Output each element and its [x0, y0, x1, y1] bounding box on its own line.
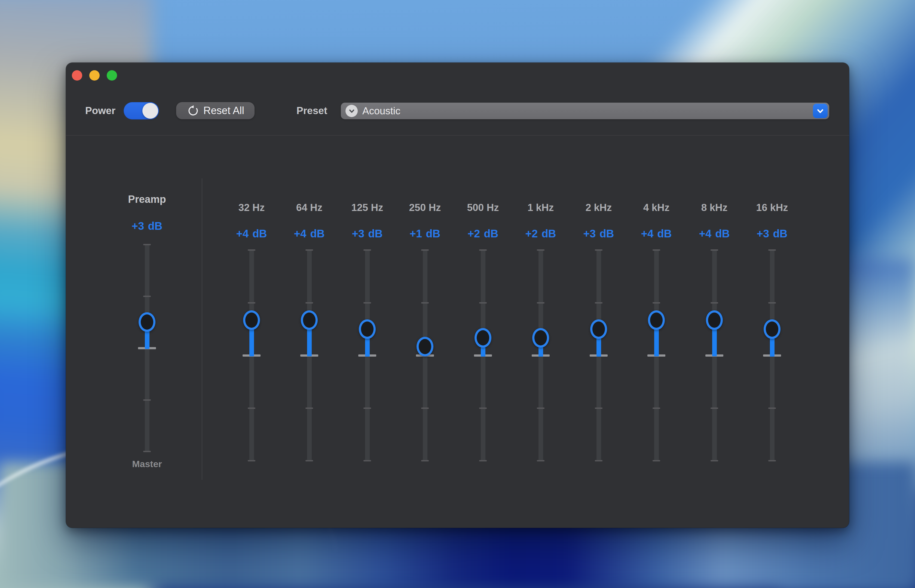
slider-tick	[305, 460, 313, 461]
slider-tick	[248, 460, 255, 461]
slider-tick	[595, 249, 602, 251]
eq-band-column: 8 kHz +4 dB	[686, 63, 743, 528]
band-gain-number: +1	[410, 227, 422, 240]
eq-band-column: 32 Hz +4 dB	[223, 63, 281, 528]
slider-tick	[248, 302, 255, 304]
slider-tick	[537, 302, 544, 304]
slider-knob[interactable]	[590, 319, 607, 339]
slider-tick	[143, 399, 151, 401]
slider-tick	[363, 460, 371, 461]
slider-tick	[479, 407, 487, 409]
preamp-slider[interactable]	[118, 244, 176, 452]
slider-tick	[768, 460, 776, 461]
zoom-button[interactable]	[107, 70, 117, 81]
slider-tick	[143, 296, 151, 297]
band-slider[interactable]	[570, 250, 628, 461]
band-gain-number: +3	[352, 227, 365, 240]
slider-tick	[537, 249, 544, 251]
power-label: Power	[85, 104, 115, 118]
band-gain-number: +4	[236, 227, 249, 240]
preamp-label: Preamp	[118, 193, 176, 206]
eq-band-column: 500 Hz +2 dB	[454, 63, 512, 528]
slider-knob[interactable]	[648, 310, 665, 330]
band-frequency-label: 1 kHz	[512, 201, 570, 214]
band-slider[interactable]	[281, 250, 338, 461]
band-frequency-label: 2 kHz	[570, 201, 628, 214]
slider-tick	[421, 249, 429, 251]
preset-dropdown-button[interactable]	[813, 104, 828, 118]
slider-tick	[479, 249, 487, 251]
eq-band-column: 16 kHz +3 dB	[743, 63, 801, 528]
slider-tick	[652, 407, 660, 409]
band-gain-unit: dB	[657, 227, 671, 240]
desktop: Power Reset All Preset Acoustic	[0, 0, 915, 588]
slider-tick	[305, 249, 313, 251]
slider-tick	[248, 407, 255, 409]
slider-knob[interactable]	[416, 337, 433, 356]
slider-tick	[595, 407, 602, 409]
band-frequency-label: 64 Hz	[281, 201, 338, 214]
slider-tick	[421, 460, 429, 461]
slider-knob[interactable]	[139, 312, 155, 332]
band-slider[interactable]	[454, 250, 512, 461]
eq-band-column: 1 kHz +2 dB	[512, 63, 570, 528]
eq-band-column: 4 kHz +4 dB	[628, 63, 685, 528]
slider-knob[interactable]	[359, 319, 376, 339]
band-slider[interactable]	[686, 250, 743, 461]
band-slider[interactable]	[223, 250, 281, 461]
slider-tick	[595, 460, 602, 461]
eq-band-column: 64 Hz +4 dB	[281, 63, 338, 528]
slider-tick	[710, 407, 718, 409]
band-gain-unit: dB	[368, 227, 382, 240]
preamp-column: Preamp +3 dB Master	[118, 63, 176, 528]
slider-tick	[537, 460, 544, 461]
slider-tick	[479, 302, 487, 304]
slider-knob[interactable]	[532, 328, 549, 347]
band-gain-value: +3 dB	[338, 227, 396, 240]
slider-tick	[652, 460, 660, 461]
slider-knob[interactable]	[706, 310, 723, 330]
preamp-footer-label: Master	[118, 458, 176, 470]
slider-tick	[143, 451, 151, 452]
band-slider[interactable]	[512, 250, 570, 461]
slider-tick	[710, 460, 718, 461]
band-gain-number: +3	[757, 227, 769, 240]
slider-tick	[537, 407, 544, 409]
band-gain-unit: dB	[252, 227, 267, 240]
slider-knob[interactable]	[474, 328, 491, 347]
band-gain-value: +4 dB	[628, 227, 685, 240]
band-frequency-label: 250 Hz	[396, 201, 454, 214]
slider-tick	[710, 302, 718, 304]
band-slider[interactable]	[396, 250, 454, 461]
band-frequency-label: 16 kHz	[743, 201, 801, 214]
preamp-gain-number: +3	[132, 220, 144, 233]
preamp-gain-value: +3 dB	[118, 220, 176, 233]
chevron-down-icon	[816, 107, 825, 116]
band-frequency-label: 32 Hz	[223, 201, 281, 214]
slider-tick	[363, 302, 371, 304]
band-gain-value: +1 dB	[396, 227, 454, 240]
slider-tick	[305, 302, 313, 304]
eq-band-column: 250 Hz +1 dB	[396, 63, 454, 528]
slider-knob[interactable]	[243, 310, 260, 330]
band-slider[interactable]	[628, 250, 685, 461]
slider-knob[interactable]	[763, 319, 781, 339]
band-slider[interactable]	[338, 250, 396, 461]
band-frequency-label: 125 Hz	[338, 201, 396, 214]
band-gain-value: +4 dB	[686, 227, 743, 240]
band-gain-unit: dB	[773, 227, 788, 240]
band-slider[interactable]	[743, 250, 801, 461]
preamp-gain-unit: dB	[148, 220, 162, 233]
preamp-divider	[202, 178, 202, 480]
band-frequency-label: 4 kHz	[628, 201, 685, 214]
slider-tick	[421, 302, 429, 304]
band-gain-number: +3	[583, 227, 596, 240]
slider-tick	[363, 407, 371, 409]
minimize-button[interactable]	[89, 70, 100, 81]
band-gain-value: +3 dB	[743, 227, 801, 240]
band-gain-number: +4	[641, 227, 654, 240]
slider-tick	[768, 407, 776, 409]
slider-knob[interactable]	[301, 310, 318, 330]
slider-tick	[421, 407, 429, 409]
close-button[interactable]	[72, 70, 82, 81]
